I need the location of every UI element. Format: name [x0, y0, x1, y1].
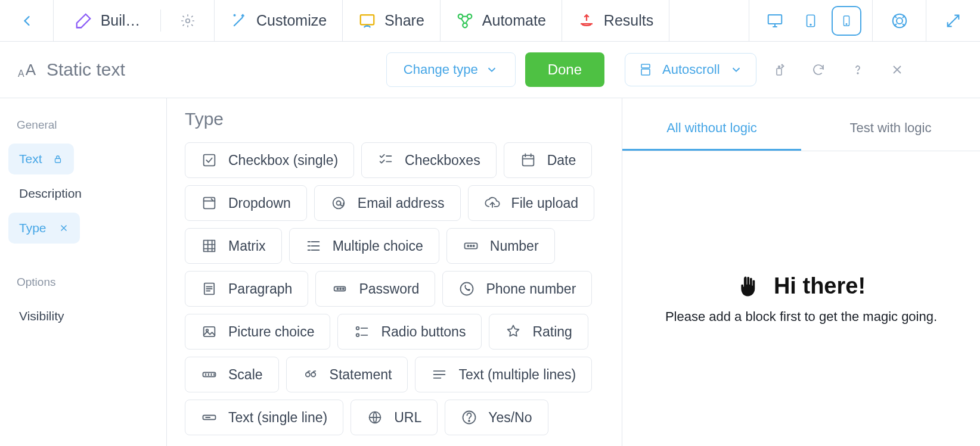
svg-point-25	[336, 201, 340, 205]
preview-panel: All without logic Test with logic Hi the…	[622, 98, 980, 446]
type-option[interactable]: Checkboxes	[361, 142, 497, 178]
type-option[interactable]: Text (single line)	[185, 400, 343, 435]
help2-button[interactable]	[841, 53, 874, 86]
sidebar-group-options: Options	[8, 267, 158, 297]
preview-tab-test[interactable]: Test with logic	[801, 107, 980, 151]
autoscroll-dropdown[interactable]: Autoscroll	[625, 53, 756, 86]
type-option[interactable]: Text (multiple lines)	[415, 357, 592, 392]
spray-button[interactable]	[762, 53, 796, 86]
type-icon	[201, 323, 218, 340]
type-icon	[463, 238, 479, 254]
device-tablet-button[interactable]	[796, 6, 826, 36]
help-button[interactable]	[873, 0, 926, 41]
sidebar-item-text[interactable]: Text	[8, 144, 74, 174]
type-label: Yes/No	[488, 410, 532, 426]
tab-results[interactable]: Results	[562, 0, 669, 41]
block-title: Static text	[46, 60, 125, 80]
close-preview-button[interactable]	[880, 53, 914, 86]
type-icon	[520, 152, 536, 169]
type-option[interactable]: Number	[446, 228, 555, 264]
expand-button[interactable]	[926, 0, 980, 41]
svg-point-42	[305, 373, 309, 377]
lock-icon	[52, 154, 63, 164]
sidebar-item-label: Type	[19, 221, 46, 235]
svg-point-39	[356, 327, 359, 330]
preview-tab-all[interactable]: All without logic	[622, 107, 801, 151]
type-icon	[353, 323, 370, 340]
change-type-button[interactable]: Change type	[386, 52, 516, 87]
type-icon	[484, 195, 501, 211]
type-option[interactable]: Rating	[489, 314, 588, 350]
type-icon	[201, 238, 218, 254]
wave-icon	[737, 273, 763, 300]
done-button[interactable]: Done	[525, 52, 604, 87]
type-label: Paragraph	[228, 281, 292, 297]
tab-share[interactable]: Share	[343, 0, 441, 41]
expand-icon	[945, 13, 962, 29]
svg-rect-21	[204, 155, 215, 166]
svg-point-35	[343, 288, 344, 289]
svg-point-38	[206, 329, 209, 332]
type-label: Number	[490, 238, 539, 254]
type-option[interactable]: Picture choice	[185, 314, 330, 350]
device-preview-group	[749, 0, 873, 41]
type-option[interactable]: Email address	[314, 185, 461, 221]
type-icon	[367, 409, 383, 426]
tablet-icon	[803, 12, 818, 30]
tab-share-label: Share	[384, 12, 424, 29]
type-option[interactable]: URL	[351, 400, 438, 435]
type-option[interactable]: Date	[504, 142, 593, 178]
svg-rect-15	[777, 68, 781, 75]
svg-point-34	[340, 288, 341, 289]
wand-icon	[230, 12, 248, 30]
type-label: Scale	[228, 367, 263, 383]
tab-automate-label: Automate	[482, 12, 546, 29]
svg-point-47	[469, 420, 470, 422]
device-mobile-button[interactable]	[832, 6, 861, 36]
svg-rect-22	[522, 155, 534, 166]
type-icon	[461, 409, 477, 426]
back-button[interactable]	[0, 0, 54, 41]
svg-rect-20	[55, 158, 61, 163]
tab-automate[interactable]: Automate	[441, 0, 562, 41]
type-option[interactable]: Password	[315, 271, 435, 307]
svg-point-19	[857, 73, 858, 74]
type-option[interactable]: Multiple choice	[289, 228, 439, 264]
type-option[interactable]: Matrix	[185, 228, 282, 264]
type-option[interactable]: Radio buttons	[337, 314, 482, 350]
type-label: Matrix	[228, 238, 266, 254]
type-option[interactable]: Paragraph	[185, 271, 308, 307]
nav-spacer	[669, 0, 749, 41]
svg-rect-27	[464, 243, 477, 248]
refresh-button[interactable]	[802, 53, 835, 86]
desktop-icon	[766, 12, 784, 30]
type-option[interactable]: Phone number	[442, 271, 592, 307]
type-label: Dropdown	[228, 195, 291, 211]
svg-point-40	[356, 334, 359, 337]
type-option[interactable]: Dropdown	[185, 185, 307, 221]
tab-customize[interactable]: Customize	[215, 0, 343, 41]
sidebar-item-label: Visibility	[19, 309, 64, 323]
type-option[interactable]: File upload	[468, 185, 595, 221]
svg-point-24	[333, 198, 345, 209]
static-text-icon: AA	[18, 61, 36, 79]
svg-rect-1	[361, 15, 374, 24]
refresh-icon	[811, 63, 826, 77]
type-option[interactable]: Statement	[286, 357, 408, 392]
tab-build[interactable]: Buil…	[54, 0, 161, 41]
type-icon	[302, 366, 319, 383]
sidebar-item-description[interactable]: Description	[8, 178, 158, 209]
svg-rect-14	[641, 69, 650, 75]
type-option[interactable]: Scale	[185, 357, 279, 392]
svg-point-33	[337, 288, 339, 289]
device-desktop-button[interactable]	[760, 6, 790, 36]
type-option[interactable]: Yes/No	[445, 400, 548, 435]
type-option[interactable]: Checkbox (single)	[185, 142, 354, 178]
sidebar-item-type[interactable]: Type	[8, 213, 80, 244]
sidebar-item-visibility[interactable]: Visibility	[8, 301, 158, 332]
type-icon	[201, 195, 218, 211]
type-label: File upload	[511, 195, 579, 211]
svg-rect-26	[204, 241, 215, 252]
settings-button[interactable]	[161, 0, 215, 41]
type-label: Checkbox (single)	[228, 152, 338, 169]
